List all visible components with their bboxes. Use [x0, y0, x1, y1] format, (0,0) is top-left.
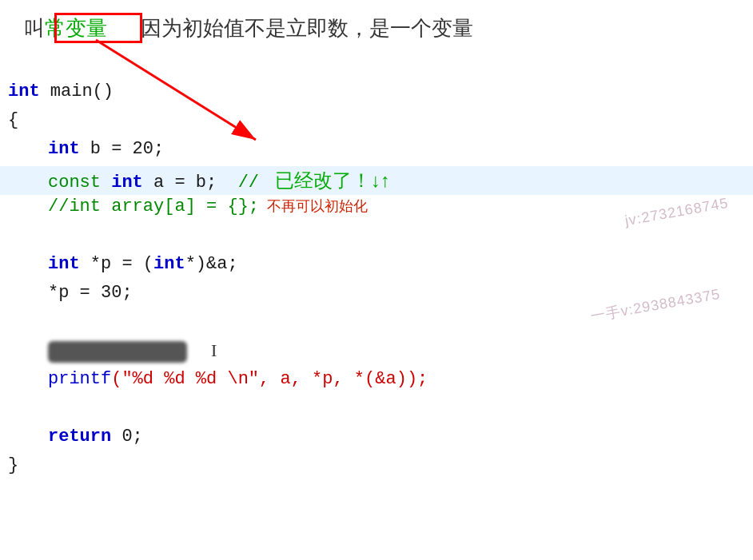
line-int-b: int b = 20;	[0, 137, 753, 166]
line-brace-open: {	[0, 109, 753, 137]
code-a-assign: a = b;	[143, 173, 217, 193]
main-container: 叫常变量 因为初始值不是立即数，是一个变量 jv:2732168745 一手v:…	[0, 0, 753, 560]
annotation-no-init: 不再可以初始化	[267, 197, 368, 216]
line-blank1	[0, 224, 753, 252]
code-p-assign: *p = (	[80, 254, 153, 274]
code-main: main()	[40, 81, 114, 101]
line-const-int: const int a = b; // 已经改了！↓↑	[0, 166, 753, 195]
code-area: int main() { int b = 20; const int a = b…	[0, 80, 753, 483]
brace-open: {	[8, 110, 18, 130]
keyword-int-b: int	[48, 139, 80, 159]
line-return: return 0;	[0, 425, 753, 454]
line-comment-array: //int array[a] = {}; 不再可以初始化	[0, 195, 753, 224]
code-return-val: 0;	[111, 427, 143, 447]
keyword-int-cast: int	[153, 254, 185, 274]
annotation-changed: 已经改了！↓↑	[275, 168, 390, 193]
line-int-p: int *p = ( int *)&a;	[0, 252, 753, 281]
keyword-int-a: int	[111, 173, 143, 193]
code-b: b = 20;	[80, 139, 165, 159]
highlight-box	[54, 13, 142, 43]
code-comment-array: //int array[a] = {};	[48, 197, 259, 216]
line-brace-close: }	[0, 454, 753, 483]
line-deref-p: *p = 30;	[0, 281, 753, 310]
keyword-int-p: int	[48, 254, 80, 274]
line-censored: // 20 30 20 I	[0, 339, 753, 367]
code-deref-assign: *p = 30;	[48, 283, 133, 303]
comment-already: //	[217, 173, 259, 193]
keyword-printf: printf	[48, 369, 111, 389]
code-printf-content: ("%d %d %d \n", a, *p, *(&a));	[111, 369, 428, 389]
keyword-const: const	[48, 173, 101, 193]
line-printf: printf ("%d %d %d \n", a, *p, *(&a));	[0, 367, 753, 396]
line-main: int main()	[0, 80, 753, 109]
line-blank3	[0, 396, 753, 425]
cursor-I: I	[211, 340, 217, 361]
brace-close: }	[8, 455, 18, 475]
keyword-int-main: int	[8, 81, 40, 101]
top-annotation: 叫常变量 因为初始值不是立即数，是一个变量	[0, 6, 753, 70]
line-blank2	[0, 310, 753, 339]
code-p-cast: *)&a;	[185, 254, 238, 274]
keyword-return: return	[48, 427, 111, 447]
censored-bar: // 20 30 20	[48, 341, 187, 363]
